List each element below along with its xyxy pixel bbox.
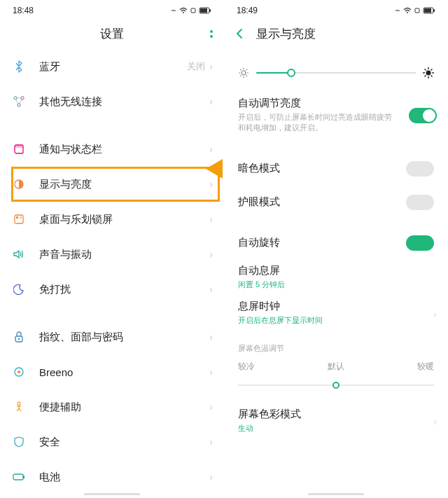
row-security[interactable]: 安全 › [0,424,224,459]
block-sub: 开启后，可防止屏幕长时间过亮造成眼睛疲劳和耗电增加，建议开启。 [238,112,434,134]
svg-line-41 [431,76,433,77]
status-icons [394,7,435,14]
svg-rect-9 [15,145,23,148]
row-label: 声音与振动 [39,248,209,261]
row-battery[interactable]: 电池 › [0,459,224,494]
connections-icon [11,94,27,109]
row-accessibility[interactable]: 便捷辅助 › [0,389,224,424]
auto-brightness-toggle[interactable] [409,108,437,123]
nfc-icon [394,7,401,14]
auto-rotate-row[interactable]: 自动旋转 [224,226,448,260]
auto-rotate-toggle[interactable] [406,235,434,251]
row-label: 电池 [39,471,209,484]
aod-clock-block[interactable]: 息屏时钟 开启后在息屏下显示时间 › [224,296,448,331]
row-label: Breeno [39,366,209,378]
svg-point-6 [21,97,24,99]
row-label: 暗色模式 [238,162,406,175]
row-dnd[interactable]: 免打扰 › [0,272,224,307]
battery-icon [199,7,211,14]
block-title: 屏幕色彩模式 [238,408,434,421]
chevron-right-icon: › [433,307,437,319]
nav-indicator [84,493,140,495]
svg-point-0 [183,12,184,13]
eye-care-toggle[interactable] [406,195,434,210]
svg-rect-12 [16,216,18,219]
sun-low-icon [238,67,249,78]
svg-line-31 [240,69,241,70]
svg-rect-3 [200,8,207,13]
block-title: 息屏时钟 [238,300,434,313]
status-bar: 18:49 [224,0,448,18]
color-temp-slider[interactable] [238,378,434,392]
page-title: 设置 [100,26,124,42]
svg-point-7 [18,104,20,106]
row-home-lockscreen[interactable]: 桌面与乐划锁屏 › [0,202,224,237]
row-sound[interactable]: 声音与振动 › [0,237,224,272]
row-label: 免打扰 [39,283,209,296]
brightness-slider[interactable] [256,72,416,74]
accessibility-icon [11,399,27,415]
back-button[interactable] [234,27,248,40]
chevron-right-icon: › [209,331,213,343]
wifi-icon [403,7,412,14]
status-time: 18:48 [13,6,34,15]
home-lockscreen-icon [11,212,27,227]
auto-sleep-block[interactable]: 自动息屏 闲置 5 分钟后 [224,260,448,296]
settings-screen: 18:48 设置 蓝牙 关闭› 其他无线连接 › 通知与状态栏 › [0,0,224,498]
battery-icon [423,7,435,14]
dark-mode-toggle[interactable] [406,161,434,177]
row-label: 指纹、面部与密码 [39,331,209,344]
svg-line-40 [425,69,426,71]
temp-labels: 较冷 默认 较暖 [224,358,448,375]
svg-rect-4 [209,9,211,12]
status-icons [170,7,211,14]
brightness-slider-row [224,56,448,90]
lock-icon [11,329,27,345]
row-label: 便捷辅助 [39,401,209,414]
svg-point-15 [18,338,20,340]
moon-icon [11,282,27,297]
section-label: 屏幕色温调节 [224,332,448,358]
svg-rect-11 [15,215,23,223]
sun-high-icon [423,67,434,78]
color-mode-block[interactable]: 屏幕色彩模式 生动 › [224,403,448,439]
nfc-icon [170,7,177,14]
svg-rect-24 [424,8,431,13]
temp-default: 默认 [328,361,344,373]
dark-mode-row[interactable]: 暗色模式 [224,152,448,186]
row-label: 蓝牙 [39,60,187,74]
temp-cold: 较冷 [238,361,255,373]
svg-point-35 [426,71,431,76]
row-other-wireless[interactable]: 其他无线连接 › [0,84,224,119]
sound-icon [11,247,27,262]
notification-icon [11,141,27,157]
chevron-right-icon: › [209,284,213,295]
bluetooth-icon [11,59,27,74]
block-title: 自动调节亮度 [238,97,434,110]
chevron-right-icon: › [209,61,213,72]
row-breeno[interactable]: Breeno › [0,354,224,389]
row-bluetooth[interactable]: 蓝牙 关闭› [0,49,224,84]
status-bar: 18:48 [0,0,224,18]
chevron-right-icon: › [209,436,213,448]
display-screen: 18:49 显示与亮度 自动调节亮度 开启后，可防止屏幕长时间过亮造成眼睛疲劳和… [224,0,448,498]
chevron-right-icon: › [209,96,213,107]
temp-warm: 较暖 [417,361,434,373]
battery-icon [11,469,27,485]
row-display-brightness[interactable]: 显示与亮度 › [0,167,224,202]
svg-point-26 [241,71,246,75]
wifi-icon [179,7,188,14]
row-label: 显示与亮度 [39,178,209,191]
block-sub: 开启后在息屏下显示时间 [238,315,434,326]
more-icon[interactable] [210,30,213,38]
chevron-right-icon: › [433,415,437,427]
shield-icon [11,434,27,450]
chevron-right-icon: › [209,179,213,190]
row-notification[interactable]: 通知与状态栏 › [0,132,224,167]
status-time: 18:49 [237,6,258,15]
eye-care-row[interactable]: 护眼模式 [224,186,448,219]
row-biometric[interactable]: 指纹、面部与密码 › [0,319,224,354]
svg-line-43 [431,69,433,71]
svg-line-32 [246,76,247,76]
block-title: 自动息屏 [238,264,434,277]
